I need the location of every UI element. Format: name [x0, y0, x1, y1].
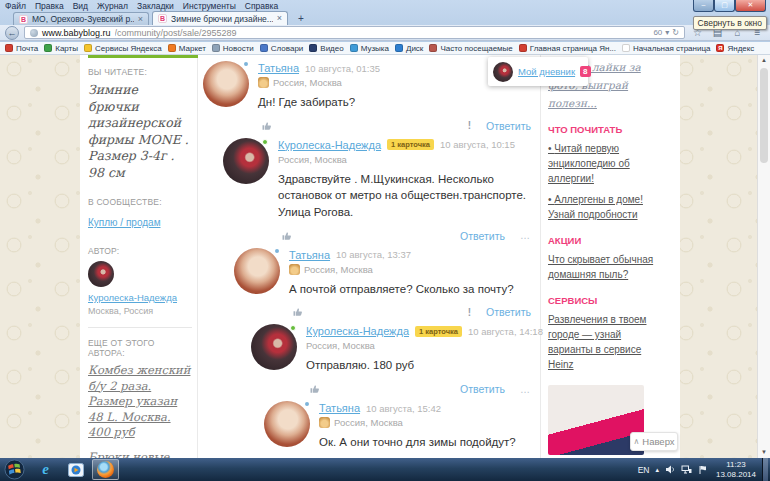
like-icon[interactable] — [292, 306, 304, 318]
language-indicator[interactable]: EN — [638, 465, 650, 475]
firefox-icon — [97, 461, 114, 478]
user-avatar[interactable] — [264, 401, 310, 447]
bookmark-item[interactable]: Новости — [212, 44, 254, 53]
notification-badge: 8 — [580, 66, 590, 77]
reply-link[interactable]: Ответить — [486, 306, 531, 318]
restore-button[interactable]: ▢ — [714, 0, 735, 12]
browser-tab[interactable]: BМО, Орехово-Зуевский р...× — [13, 12, 149, 25]
card-badge: 1 карточка — [387, 139, 434, 150]
sidebar-link[interactable]: Аллергены в доме! Узнай подробности — [548, 192, 666, 222]
comments-thread: Татьяна10 августа, 01:35Россия, МоскваДн… — [203, 61, 535, 478]
comment-text: Здравствуйте . М.Щукинская. Несколько ос… — [278, 171, 535, 221]
comment-author-link[interactable]: Татьяна — [319, 402, 360, 414]
network-icon[interactable] — [681, 465, 692, 474]
menu-item[interactable]: Инструменты — [183, 1, 236, 11]
hidden-icons-arrow[interactable]: ▴ — [655, 466, 659, 474]
bookmark-item[interactable]: Музыка — [350, 44, 389, 53]
menu-item[interactable]: Справка — [245, 1, 278, 11]
browser-tab[interactable]: BЗимние брючки дизайне...× — [152, 11, 288, 25]
back-button[interactable]: ← — [5, 26, 19, 40]
presence-dot — [262, 139, 268, 145]
internet-explorer-icon: e — [42, 462, 49, 477]
author-post-link[interactable]: Комбез женский б/у 2 раза. Размер указан… — [88, 363, 192, 441]
menu-item[interactable]: Закладки — [137, 1, 174, 11]
bookmark-item[interactable]: Главная страница Ян... — [519, 44, 616, 53]
my-diary-link[interactable]: Мой дневник — [518, 66, 575, 77]
scrollbar-thumb[interactable] — [760, 68, 768, 163]
more-options-icon[interactable]: … — [520, 384, 531, 395]
menu-item[interactable]: Журнал — [97, 1, 128, 11]
taskbar-clock[interactable]: 11:23 13.08.2014 — [713, 460, 759, 480]
bookmark-item[interactable]: Маркет — [168, 44, 206, 53]
comment: Куролеска-Надежда1 карточка10 августа, 1… — [223, 138, 535, 242]
volume-icon[interactable] — [665, 465, 675, 474]
taskbar-firefox[interactable] — [92, 459, 119, 480]
like-icon[interactable] — [281, 230, 293, 242]
taskbar-internet-explorer[interactable]: e — [32, 459, 59, 480]
reply-link[interactable]: Ответить — [460, 383, 505, 395]
author-avatar[interactable] — [88, 261, 114, 287]
show-desktop-button[interactable] — [762, 458, 768, 481]
user-avatar[interactable] — [251, 324, 297, 370]
comment-author-link[interactable]: Куролеска-Надежда — [306, 325, 409, 337]
url-bar[interactable]: www.babyblog.ru /community/post/sale/295… — [24, 26, 685, 39]
author-name-link[interactable]: Куролеска-Надежда — [88, 292, 192, 303]
menu-item[interactable]: Файл — [5, 1, 26, 11]
bookmarks-bar: ПочтаКартыСервисы ЯндексаМаркетНовостиСл… — [0, 42, 770, 55]
bookmark-item[interactable]: Видео — [309, 44, 343, 53]
scrollbar[interactable]: ▲ ▼ — [757, 55, 770, 458]
tab-close-icon[interactable]: × — [277, 14, 282, 23]
bookmark-label: Словари — [271, 44, 304, 53]
menu-item[interactable]: Правка — [35, 1, 64, 11]
user-avatar[interactable] — [493, 62, 513, 82]
report-icon[interactable]: ! — [468, 307, 471, 318]
action-center-flag-icon[interactable] — [698, 465, 707, 475]
left-sidebar: ВЫ ЧИТАЕТЕ: Зимние брючки дизайнерской ф… — [88, 63, 192, 481]
new-tab-button[interactable]: + — [292, 14, 310, 25]
reload-icon[interactable]: ↻ — [672, 28, 679, 37]
bookmark-item[interactable]: Почта — [5, 44, 38, 53]
comment-author-link[interactable]: Куролеска-Надежда — [278, 139, 381, 151]
bookmark-item[interactable]: Сервисы Яндекса — [84, 44, 162, 53]
community-link[interactable]: Куплю / продам — [88, 217, 161, 228]
scroll-down-icon[interactable]: ▼ — [758, 447, 770, 458]
minimize-button[interactable]: – — [693, 0, 714, 12]
reply-link[interactable]: Ответить — [460, 230, 505, 242]
taskbar: e EN ▴ 11:23 13.08.2014 — [0, 458, 770, 481]
window-controls: – ▢ ✕ — [693, 0, 766, 12]
dropdown-arrow-icon[interactable]: ▾ — [665, 28, 669, 37]
tab-close-icon[interactable]: × — [138, 15, 143, 24]
like-icon[interactable] — [261, 120, 273, 132]
more-options-icon[interactable]: … — [520, 230, 531, 241]
sidebar-link[interactable]: Что скрывает обычная домашняя пыль? — [548, 252, 666, 282]
user-avatar[interactable] — [234, 248, 280, 294]
bookmark-item[interactable]: Часто посещаемые — [429, 44, 512, 53]
user-avatar[interactable] — [223, 138, 269, 184]
bookmark-item[interactable]: Словари — [260, 44, 304, 53]
start-button[interactable] — [4, 459, 25, 480]
back-to-top-button[interactable]: ∧ Наверх — [630, 432, 678, 451]
screen: ФайлПравкаВидЖурналЗакладкиИнструментыСп… — [0, 0, 770, 481]
comment-author-link[interactable]: Татьяна — [289, 249, 330, 261]
reply-link[interactable]: Ответить — [486, 120, 531, 132]
comment-text: Дн! Где забирать? — [258, 94, 535, 111]
close-button[interactable]: ✕ — [735, 0, 766, 12]
babyblog-favicon: B — [158, 14, 167, 23]
presence-dot — [244, 62, 248, 66]
report-icon[interactable]: ! — [468, 120, 471, 131]
menu-item[interactable]: Вид — [73, 1, 88, 11]
sidebar-link[interactable]: Читай первую энциклопедию об аллергии! — [548, 141, 666, 186]
bookmark-item[interactable]: Диск — [395, 44, 423, 53]
bookmark-item[interactable]: Начальная страница — [622, 44, 710, 53]
user-avatar[interactable] — [203, 61, 249, 107]
comment-text: Ок. А они точно для зимы подойдут? — [319, 434, 535, 451]
bookmark-item[interactable]: Карты — [44, 44, 78, 53]
comment-author-link[interactable]: Татьяна — [258, 62, 299, 74]
scroll-up-icon[interactable]: ▲ — [758, 55, 770, 66]
taskbar-media-player[interactable] — [62, 459, 89, 480]
sidebar-link[interactable]: Развлечения в твоем городе — узнай вариа… — [548, 312, 666, 372]
comment-text: А почтой отправляете? Сколько за почту? — [289, 281, 535, 298]
bookmark-item[interactable]: ЯЯндекс — [716, 44, 754, 53]
like-icon[interactable] — [309, 383, 321, 395]
comment-header: Татьяна10 августа, 15:42 — [319, 402, 535, 414]
